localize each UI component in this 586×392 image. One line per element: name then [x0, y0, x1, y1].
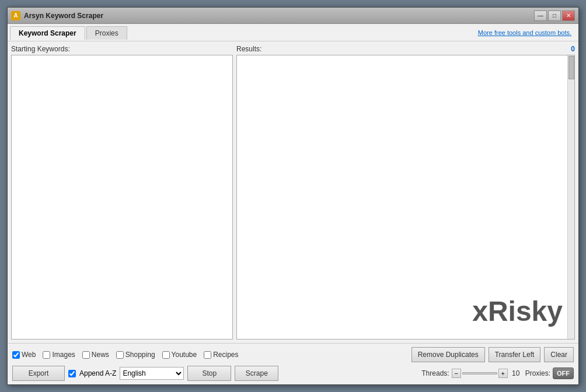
append-section: Append A-Z English Spanish French German…: [68, 366, 278, 381]
maximize-button[interactable]: □: [548, 10, 561, 21]
threads-slider[interactable]: [462, 372, 497, 374]
transfer-left-button[interactable]: Transfer Left: [489, 347, 541, 362]
results-area: xRisky: [236, 55, 575, 340]
news-label: News: [92, 351, 109, 359]
append-az-checkbox[interactable]: [68, 370, 76, 377]
news-checkbox[interactable]: [82, 351, 90, 359]
checkbox-shopping: Shopping: [116, 351, 155, 359]
left-panel: Starting Keywords:: [11, 45, 233, 340]
youtube-label: Youtube: [172, 351, 197, 359]
remove-duplicates-button[interactable]: Remove Duplicates: [411, 347, 485, 362]
recipes-label: Recipes: [213, 351, 238, 359]
results-scrollbar[interactable]: [567, 55, 574, 339]
web-checkbox[interactable]: [12, 351, 20, 359]
right-panel: Results: 0 xRisky: [236, 45, 575, 340]
checkboxes-row: Web Images News Shopping Youtube Recipes: [12, 347, 574, 362]
close-button[interactable]: ✕: [562, 10, 575, 21]
more-tools-link[interactable]: More free tools and custom bots.: [478, 29, 576, 36]
threads-label: Threads:: [421, 369, 449, 377]
append-az-label: Append A-Z: [79, 369, 116, 377]
results-header: Results: 0: [236, 45, 575, 53]
proxies-label: Proxies:: [525, 369, 550, 377]
title-bar: A Arsyn Keyword Scraper — □ ✕: [8, 8, 578, 24]
main-content: Starting Keywords: Results: 0 xRisky: [8, 41, 578, 343]
stop-button[interactable]: Stop: [187, 366, 231, 381]
proxies-toggle[interactable]: OFF: [553, 368, 574, 379]
app-icon: A: [11, 11, 20, 20]
recipes-checkbox[interactable]: [204, 351, 211, 359]
keywords-label: Starting Keywords:: [11, 45, 233, 53]
tab-keyword-scraper[interactable]: Keyword Scraper: [10, 26, 85, 40]
web-label: Web: [22, 351, 36, 359]
checkbox-youtube: Youtube: [162, 351, 197, 359]
keywords-input[interactable]: [11, 55, 233, 340]
proxies-section: Proxies: OFF: [525, 368, 574, 379]
results-count: 0: [571, 45, 575, 53]
threads-value: 10: [510, 369, 522, 377]
scrollbar-thumb[interactable]: [568, 56, 574, 79]
right-actions: Remove Duplicates Transfer Left Clear: [411, 347, 574, 362]
youtube-checkbox[interactable]: [162, 351, 170, 359]
window-controls: — □ ✕: [534, 10, 575, 21]
checkbox-images: Images: [43, 351, 75, 359]
checkbox-web: Web: [12, 351, 36, 359]
results-label: Results:: [236, 45, 261, 53]
shopping-checkbox[interactable]: [116, 351, 124, 359]
checkbox-news: News: [82, 351, 109, 359]
main-window: A Arsyn Keyword Scraper — □ ✕ Keyword Sc…: [7, 7, 579, 385]
bottom-bar: Web Images News Shopping Youtube Recipes: [8, 343, 578, 384]
menu-bar: Keyword Scraper Proxies More free tools …: [8, 24, 578, 41]
checkbox-recipes: Recipes: [204, 351, 238, 359]
threads-minus-button[interactable]: −: [452, 369, 461, 378]
images-label: Images: [52, 351, 75, 359]
threads-section: Threads: − + 10: [421, 369, 521, 378]
export-button[interactable]: Export: [12, 366, 65, 381]
bottom-actions: Export Append A-Z English Spanish French…: [12, 366, 574, 381]
threads-plus-button[interactable]: +: [498, 369, 508, 378]
images-checkbox[interactable]: [43, 351, 50, 359]
threads-control: − +: [452, 369, 508, 378]
tab-proxies[interactable]: Proxies: [86, 26, 127, 40]
shopping-label: Shopping: [125, 351, 155, 359]
scrape-button[interactable]: Scrape: [235, 366, 278, 381]
window-title: Arsyn Keyword Scraper: [24, 12, 534, 20]
clear-button[interactable]: Clear: [544, 347, 574, 362]
watermark: xRisky: [472, 295, 563, 327]
minimize-button[interactable]: —: [534, 10, 547, 21]
language-select[interactable]: English Spanish French German Italian Po…: [120, 367, 184, 380]
